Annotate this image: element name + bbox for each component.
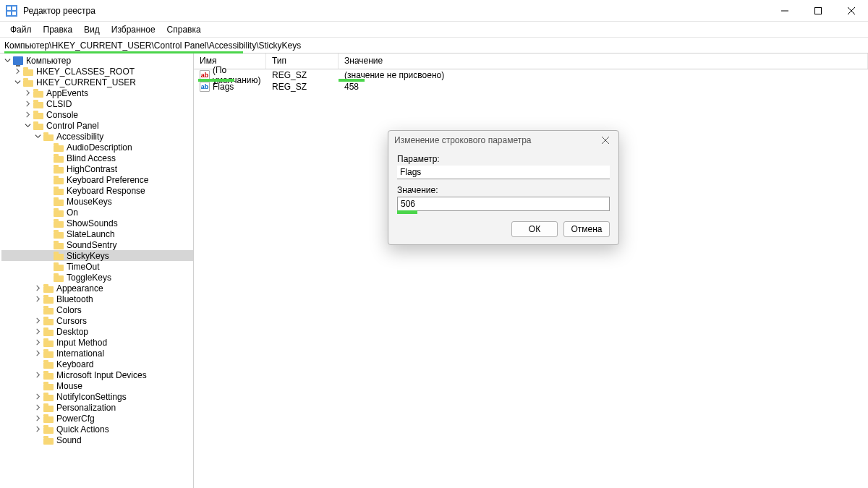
value-row[interactable]: ab(По умолчанию)REG_SZ(значение не присв… [194,69,868,81]
chevron-right-icon[interactable] [33,284,42,293]
chevron-right-icon[interactable] [33,338,42,347]
tree-node[interactable]: Colors [1,304,193,315]
app-title: Редактор реестра [23,6,95,16]
folder-icon [43,393,54,401]
tree-node[interactable]: Компьютер [1,55,193,66]
tree-node[interactable]: Mouse [1,380,193,391]
menu-item[interactable]: Избранное [106,23,161,36]
tree-node[interactable]: Control Panel [1,120,193,131]
chevron-right-icon[interactable] [33,317,42,325]
tree-node[interactable]: Keyboard [1,359,193,369]
chevron-down-icon[interactable] [33,132,42,141]
highlight-marker [339,79,365,82]
tree-node[interactable]: Accessibility [1,131,193,142]
minimize-button[interactable] [768,0,801,22]
tree-node[interactable]: HKEY_CLASSES_ROOT [1,66,193,77]
folder-icon [54,154,64,163]
tree-node[interactable]: PowerCfg [1,413,193,424]
chevron-right-icon[interactable] [23,100,32,108]
values-pane: Имя Тип Значение ab(По умолчанию)REG_SZ(… [194,53,868,488]
folder-icon [54,197,64,206]
tree-node[interactable]: International [1,348,193,359]
folder-icon [43,132,54,141]
chevron-right-icon[interactable] [33,403,42,412]
menu-item[interactable]: Файл [4,23,38,36]
tree-node[interactable]: On [1,207,193,218]
tree-node[interactable]: ToggleKeys [1,272,193,283]
app-icon [6,5,17,17]
chevron-right-icon[interactable] [33,371,42,380]
chevron-down-icon[interactable] [3,56,12,65]
tree-node[interactable]: Personalization [1,402,193,413]
tree-node-label: Desktop [56,327,88,337]
folder-icon [43,414,54,423]
chevron-right-icon[interactable] [33,393,42,401]
chevron-right-icon[interactable] [33,414,42,423]
tree-node[interactable]: HighContrast [1,163,193,174]
tree-node[interactable]: Keyboard Response [1,185,193,196]
chevron-right-icon[interactable] [33,295,42,304]
tree-node-label: Sound [56,435,82,445]
tree-node[interactable]: AppEvents [1,87,193,98]
folder-icon [54,252,64,260]
tree-node[interactable]: NotifyIconSettings [1,391,193,402]
column-type[interactable]: Тип [266,53,339,69]
tree-node[interactable]: Console [1,109,193,120]
tree-node-label: Input Method [56,338,107,348]
tree-node[interactable]: Microsoft Input Devices [1,369,193,380]
tree-node[interactable]: AudioDescription [1,142,193,153]
tree-node[interactable]: Appearance [1,283,193,294]
tree-node[interactable]: HKEY_CURRENT_USER [1,77,193,87]
dialog-close-button[interactable] [598,133,613,147]
menu-item[interactable]: Правка [38,23,79,36]
tree-node[interactable]: Cursors [1,315,193,326]
column-value[interactable]: Значение [339,53,868,69]
address-bar[interactable]: Компьютер\HKEY_CURRENT_USER\Control Pane… [0,38,868,53]
cancel-button[interactable]: Отмена [563,221,610,237]
tree-node[interactable]: Desktop [1,326,193,337]
chevron-right-icon[interactable] [33,349,42,358]
chevron-right-icon[interactable] [33,328,42,336]
menu-item[interactable]: Вид [78,23,106,36]
svg-rect-3 [12,12,16,15]
tree-node[interactable]: Quick Actions [1,424,193,435]
folder-icon [54,208,64,217]
close-button[interactable] [835,0,868,22]
maximize-button[interactable] [801,0,835,22]
tree-node[interactable]: StickyKeys [1,250,193,261]
chevron-right-icon[interactable] [23,111,32,119]
folder-icon [43,425,54,434]
tree-node[interactable]: ShowSounds [1,218,193,228]
chevron-down-icon[interactable] [23,121,32,130]
value-data: 458 [339,82,868,92]
menu-item[interactable]: Справка [161,23,207,36]
value-field[interactable] [397,197,610,211]
tree-node[interactable]: TimeOut [1,261,193,272]
highlight-marker [198,79,234,82]
dialog-titlebar[interactable]: Изменение строкового параметра [388,131,618,150]
tree-node[interactable]: Keyboard Preference [1,174,193,185]
chevron-right-icon[interactable] [13,67,22,76]
tree-node[interactable]: MouseKeys [1,196,193,207]
tree-node[interactable]: Sound [1,435,193,445]
tree-node[interactable]: Input Method [1,337,193,348]
tree-node[interactable]: CLSID [1,98,193,109]
menubar: ФайлПравкаВидИзбранноеСправка [0,22,868,38]
folder-icon [54,230,64,239]
tree-node[interactable]: Bluetooth [1,294,193,304]
chevron-right-icon[interactable] [33,425,42,434]
folder-icon [43,284,54,293]
chevron-down-icon[interactable] [13,78,22,87]
folder-icon [23,78,33,87]
tree-pane[interactable]: КомпьютерHKEY_CLASSES_ROOTHKEY_CURRENT_U… [0,53,194,488]
tree-node[interactable]: SoundSentry [1,239,193,250]
ok-button[interactable]: ОК [511,221,558,237]
tree-node-label: On [67,207,78,218]
tree-node[interactable]: Blind Access [1,153,193,163]
tree-node-label: International [56,348,104,359]
tree-node-label: AudioDescription [67,142,132,153]
tree-node[interactable]: SlateLaunch [1,228,193,239]
folder-icon [43,328,54,336]
value-row[interactable]: abFlagsREG_SZ458 [194,81,868,93]
chevron-right-icon[interactable] [23,89,32,98]
